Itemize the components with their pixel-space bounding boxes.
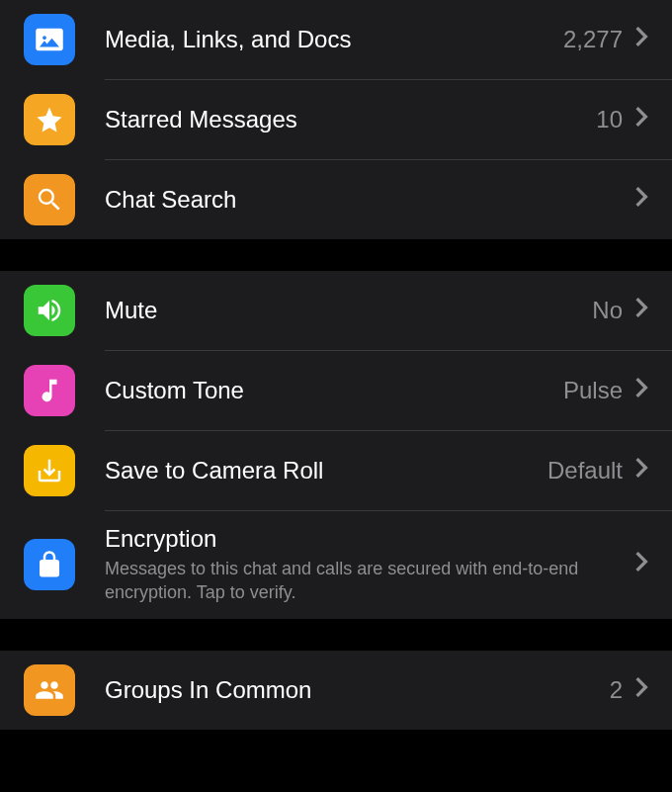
row-label: Mute <box>105 297 592 324</box>
row-content: Encryption Messages to this chat and cal… <box>105 525 634 605</box>
row-value: No <box>592 297 623 324</box>
row-custom-tone[interactable]: Custom Tone Pulse <box>0 351 672 430</box>
section-preferences: Mute No Custom Tone Pulse Save to Camera… <box>0 271 672 619</box>
section-media: Media, Links, and Docs 2,277 Starred Mes… <box>0 0 672 239</box>
row-label: Starred Messages <box>105 106 596 133</box>
music-icon <box>24 365 75 416</box>
download-icon <box>24 445 75 496</box>
chevron-right-icon <box>634 26 648 53</box>
row-label: Custom Tone <box>105 377 563 404</box>
row-content: Starred Messages <box>105 106 596 133</box>
chevron-right-icon <box>634 377 648 404</box>
row-groups-in-common[interactable]: Groups In Common 2 <box>0 651 672 730</box>
row-chat-search[interactable]: Chat Search <box>0 160 672 239</box>
row-subtitle: Messages to this chat and calls are secu… <box>105 557 579 605</box>
row-starred-messages[interactable]: Starred Messages 10 <box>0 80 672 159</box>
row-content: Groups In Common <box>105 676 610 704</box>
group-icon <box>24 664 75 716</box>
row-content: Save to Camera Roll <box>105 457 547 484</box>
chevron-right-icon <box>634 457 648 484</box>
row-content: Chat Search <box>105 186 634 214</box>
row-save-camera-roll[interactable]: Save to Camera Roll Default <box>0 431 672 510</box>
row-value: Pulse <box>563 377 623 404</box>
row-content: Media, Links, and Docs <box>105 26 563 53</box>
photo-icon <box>24 14 75 65</box>
row-value: 2,277 <box>563 26 623 53</box>
row-label: Chat Search <box>105 186 634 214</box>
row-content: Mute <box>105 297 592 324</box>
chevron-right-icon <box>634 106 648 133</box>
section-groups: Groups In Common 2 <box>0 651 672 730</box>
row-content: Custom Tone <box>105 377 563 404</box>
lock-icon <box>24 539 75 590</box>
star-icon <box>24 94 75 145</box>
row-value: Default <box>547 457 623 484</box>
chevron-right-icon <box>634 676 648 704</box>
row-value: 10 <box>596 106 623 133</box>
row-encryption[interactable]: Encryption Messages to this chat and cal… <box>0 511 672 619</box>
chevron-right-icon <box>634 297 648 324</box>
row-media-links-docs[interactable]: Media, Links, and Docs 2,277 <box>0 0 672 79</box>
row-label: Save to Camera Roll <box>105 457 547 484</box>
row-value: 2 <box>610 676 623 704</box>
chevron-right-icon <box>634 551 648 578</box>
row-label: Encryption <box>105 525 634 553</box>
search-icon <box>24 174 75 225</box>
row-label: Groups In Common <box>105 676 610 704</box>
row-label: Media, Links, and Docs <box>105 26 563 53</box>
row-mute[interactable]: Mute No <box>0 271 672 350</box>
chevron-right-icon <box>634 186 648 214</box>
speaker-icon <box>24 285 75 336</box>
